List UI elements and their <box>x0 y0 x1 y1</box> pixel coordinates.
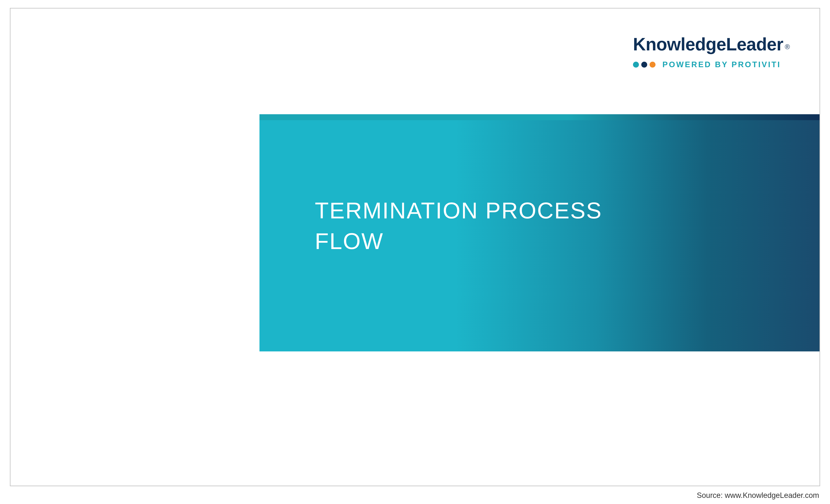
dot-navy-icon <box>641 62 647 68</box>
title-block: TERMINATION PROCESS FLOW <box>259 114 820 351</box>
title-line-1: TERMINATION PROCESS <box>315 195 792 226</box>
title-main-panel: TERMINATION PROCESS FLOW <box>259 120 820 351</box>
slide-title: TERMINATION PROCESS FLOW <box>315 195 792 257</box>
title-accent-bar <box>259 114 820 120</box>
dot-teal-icon <box>633 62 639 68</box>
brand-dots-icon <box>633 62 656 68</box>
brand-name: KnowledgeLeader <box>633 34 783 54</box>
logo-line: KnowledgeLeader® <box>633 34 790 55</box>
slide-frame: KnowledgeLeader® POWERED BY PROTIVITI TE… <box>10 8 820 486</box>
tagline-row: POWERED BY PROTIVITI <box>633 60 790 69</box>
dot-orange-icon <box>649 62 656 68</box>
registered-mark: ® <box>785 43 790 51</box>
logo-area: KnowledgeLeader® POWERED BY PROTIVITI <box>633 34 790 69</box>
title-line-2: FLOW <box>315 226 792 256</box>
tagline-text: POWERED BY PROTIVITI <box>663 60 781 69</box>
source-attribution: Source: www.KnowledgeLeader.com <box>697 491 819 500</box>
